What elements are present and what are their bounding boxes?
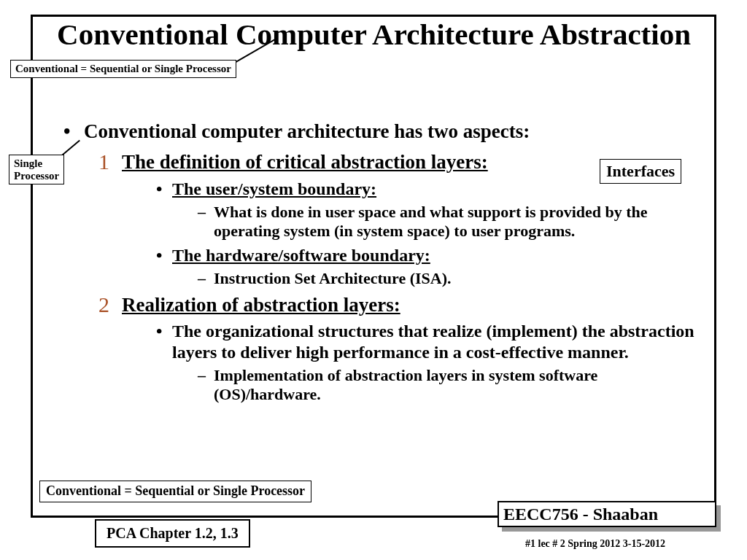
sub-bullet-org: The organizational structures that reali… (153, 321, 704, 363)
callout-single-processor: Single Processor (9, 155, 64, 184)
sub-bullet-hw-sw: The hardware/software boundary: (153, 245, 704, 266)
callout-pca-chapter: PCA Chapter 1.2, 1.3 (95, 519, 250, 548)
dash-isa: Instruction Set Architecture (ISA). (193, 269, 704, 288)
dash-user-system: What is done in user space and what supp… (193, 203, 704, 241)
course-box: EECC756 - Shaaban (498, 501, 716, 527)
callout-conventional-bottom: Conventional = Sequential or Single Proc… (39, 481, 311, 502)
dash-impl: Implementation of abstraction layers in … (193, 366, 704, 405)
numbered-item-2: 2 Realization of abstraction layers: (98, 293, 704, 316)
item-number: 1 (98, 149, 109, 175)
bullet-main: Conventional computer architecture has t… (55, 120, 704, 143)
item-number: 2 (98, 292, 109, 318)
slide-footer: #1 lec # 2 Spring 2012 3-15-2012 (525, 538, 665, 550)
item-heading: Realization of abstraction layers: (122, 294, 400, 316)
callout-interfaces: Interfaces (600, 159, 681, 184)
callout-conventional-top: Conventional = Sequential or Single Proc… (10, 60, 236, 78)
item-heading: The definition of critical abstraction l… (122, 151, 488, 173)
slide-title: Conventional Computer Architecture Abstr… (44, 18, 704, 52)
